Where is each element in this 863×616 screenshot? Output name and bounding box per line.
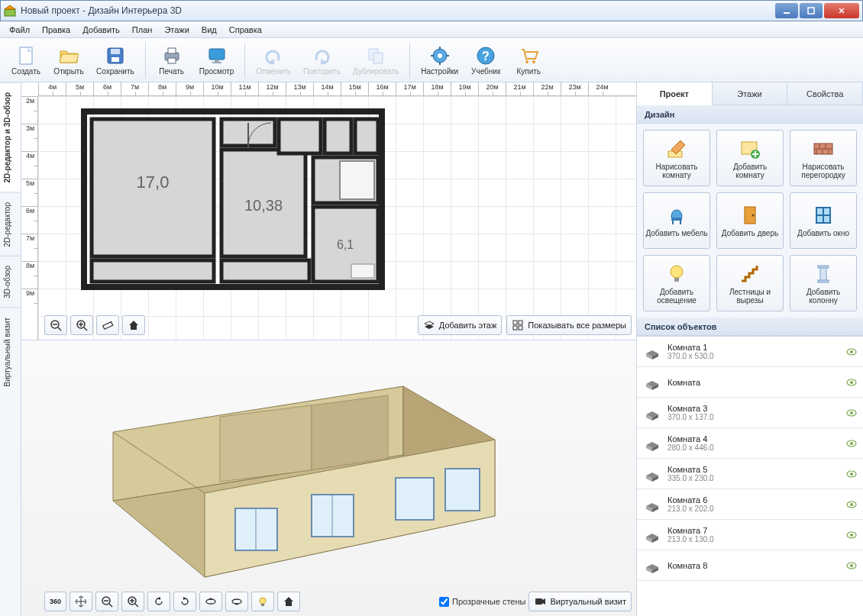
zoom-in-3d-button[interactable] — [121, 592, 144, 611]
tutorial-button[interactable]: ?Учебник — [466, 40, 506, 80]
zoom-in-button[interactable] — [70, 315, 93, 335]
create-button[interactable]: Создать — [6, 40, 46, 80]
rotate-right-button[interactable] — [173, 592, 196, 611]
eye-icon[interactable] — [846, 348, 857, 356]
svg-line-70 — [109, 604, 112, 607]
buy-button[interactable]: Купить — [509, 40, 548, 80]
svg-point-120 — [850, 381, 853, 384]
object-list[interactable]: Комната 1370.0 x 530.0 Комната Комната 3… — [637, 336, 863, 616]
rtab-project[interactable]: Проект — [637, 82, 713, 105]
eye-icon[interactable] — [846, 379, 857, 386]
home-3d-button[interactable] — [277, 592, 300, 611]
preview-button[interactable]: Просмотр — [195, 40, 239, 80]
svg-rect-34 — [279, 119, 321, 153]
duplicate-button[interactable]: Дублировать — [348, 40, 403, 80]
stairs-button[interactable]: Лестницы и вырезы — [716, 255, 784, 311]
svg-rect-31 — [92, 260, 214, 282]
object-row[interactable]: Комната 8 — [637, 550, 863, 581]
eye-icon[interactable] — [846, 501, 857, 508]
eye-icon[interactable] — [846, 409, 857, 417]
add-door-button[interactable]: Добавить дверь — [716, 192, 784, 249]
svg-rect-53 — [519, 321, 522, 324]
settings-button[interactable]: Настройки — [416, 40, 463, 80]
maximize-button[interactable] — [800, 3, 823, 18]
canvas-2d[interactable]: 4м5м6м7м8м9м10м11м12м13м14м15м16м17м18м1… — [21, 82, 636, 340]
eye-icon[interactable] — [846, 440, 857, 447]
eye-icon[interactable] — [846, 562, 857, 569]
svg-line-44 — [58, 327, 61, 331]
object-row[interactable]: Комната 6213.0 x 202.0 — [637, 489, 863, 520]
close-button[interactable] — [824, 3, 859, 18]
menu-view[interactable]: Вид — [197, 24, 221, 36]
svg-marker-79 — [208, 598, 213, 600]
bulb-icon — [665, 263, 688, 285]
menu-add[interactable]: Добавить — [78, 24, 124, 36]
home-button[interactable] — [122, 315, 145, 335]
svg-rect-107 — [674, 278, 679, 282]
section-objects-header: Список объектов — [637, 318, 863, 336]
transparent-walls-checkbox[interactable]: Прозрачные стены — [439, 597, 525, 607]
add-window-button[interactable]: Добавить окно — [790, 192, 857, 249]
tilt-up-button[interactable] — [199, 592, 222, 611]
folder-icon — [58, 45, 79, 66]
show-all-sizes-button[interactable]: Показывать все размеры — [506, 315, 632, 335]
svg-point-20 — [438, 53, 442, 58]
help-icon: ? — [475, 45, 496, 66]
window-title: Новый проект - Дизайн Интерьера 3D — [21, 5, 775, 16]
rtab-floors[interactable]: Этажи — [713, 82, 788, 105]
vtab-combined[interactable]: 2D-редактор и 3D-обзор — [0, 82, 21, 192]
redo-button[interactable]: Повторить — [299, 40, 345, 80]
canvas-3d[interactable]: 360 Прозрачные стены Виртуальный визит — [21, 340, 636, 616]
eye-icon[interactable] — [846, 531, 857, 539]
object-row[interactable]: Комната 4280.0 x 446.0 — [637, 428, 863, 459]
draw-room-button[interactable]: Нарисовать комнату — [643, 130, 710, 186]
svg-point-135 — [850, 472, 853, 476]
menu-help[interactable]: Справка — [225, 24, 267, 36]
menu-floors[interactable]: Этажи — [160, 24, 193, 36]
tilt-down-button[interactable] — [225, 592, 248, 611]
rtab-props[interactable]: Свойства — [787, 82, 863, 105]
zoom-out-3d-button[interactable] — [95, 592, 118, 611]
360-button[interactable]: 360 — [44, 592, 66, 611]
light-button[interactable] — [251, 592, 274, 611]
open-button[interactable]: Открыть — [49, 40, 89, 80]
print-button[interactable]: Печать — [152, 40, 192, 80]
object-row[interactable]: Комната 3370.0 x 137.0 — [637, 398, 863, 428]
chair-icon — [665, 204, 688, 227]
floor-plan[interactable]: 17,0 10,38 6,1 — [38, 96, 451, 302]
object-row[interactable]: Комната 1370.0 x 530.0 — [637, 337, 863, 367]
minimize-button[interactable] — [775, 3, 798, 18]
object-row[interactable]: Комната — [637, 367, 863, 398]
add-column-button[interactable]: Добавить колонну — [790, 255, 857, 311]
add-light-button[interactable]: Добавить освещение — [643, 255, 710, 311]
draw-wall-button[interactable]: Нарисовать перегородку — [790, 130, 857, 186]
undo-button[interactable]: Отменить — [251, 40, 296, 80]
add-room-button[interactable]: Добавить комнату — [716, 130, 784, 186]
svg-rect-55 — [519, 326, 522, 330]
room-icon — [643, 373, 661, 392]
svg-rect-7 — [111, 49, 120, 54]
add-floor-button[interactable]: Добавить этаж — [418, 315, 502, 335]
virtual-visit-button[interactable]: Виртуальный визит — [528, 592, 632, 611]
measure-button[interactable] — [96, 315, 119, 335]
menu-file[interactable]: Файл — [5, 24, 34, 36]
svg-rect-8 — [112, 57, 119, 62]
pan-button[interactable] — [69, 592, 92, 611]
menu-edit[interactable]: Правка — [37, 24, 75, 36]
vtab-virtual[interactable]: Виртуальный визит — [0, 308, 21, 396]
zoom-out-button[interactable] — [44, 315, 67, 335]
house-3d[interactable] — [82, 363, 510, 585]
svg-rect-2 — [784, 12, 790, 14]
add-furniture-button[interactable]: Добавить мебель — [643, 192, 710, 249]
save-button[interactable]: Сохранить — [92, 40, 139, 80]
object-row[interactable]: Комната 5335.0 x 230.0 — [637, 459, 863, 489]
room-icon — [643, 434, 661, 453]
svg-rect-10 — [168, 48, 176, 53]
add-room-icon — [739, 137, 761, 160]
vtab-3d[interactable]: 3D-обзор — [0, 256, 21, 308]
object-row[interactable]: Комната 7213.0 x 130.0 — [637, 520, 863, 550]
vtab-2d[interactable]: 2D-редактор — [0, 192, 21, 256]
rotate-left-button[interactable] — [147, 592, 170, 611]
eye-icon[interactable] — [846, 470, 857, 478]
menu-plan[interactable]: План — [128, 24, 157, 36]
